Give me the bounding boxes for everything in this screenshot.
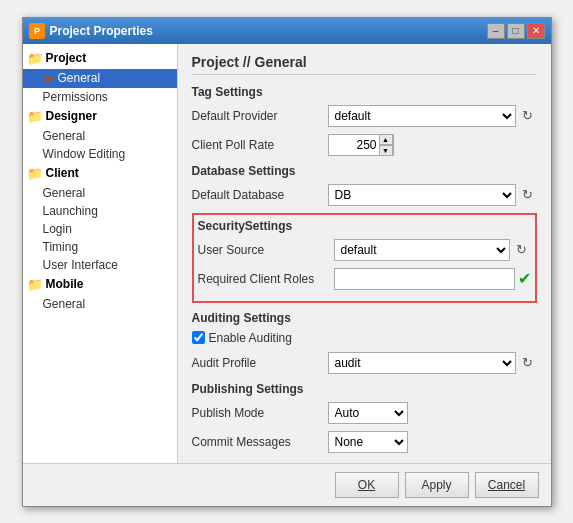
enable-auditing-row: Enable Auditing (192, 331, 537, 345)
project-folder-icon: 📁 (27, 51, 43, 66)
user-source-select[interactable]: default (334, 239, 510, 261)
security-settings-box: SecuritySettings User Source default ↻ R… (192, 213, 537, 303)
client-poll-rate-input[interactable] (329, 135, 379, 155)
sidebar-item-client-login[interactable]: Login (23, 220, 177, 238)
default-database-control: DB ↻ (328, 184, 537, 206)
sidebar-item-designer-general-label: General (43, 129, 86, 143)
sidebar-group-client: 📁 Client (23, 163, 177, 184)
sidebar-item-client-launching[interactable]: Launching (23, 202, 177, 220)
maximize-button[interactable]: □ (507, 23, 525, 39)
client-poll-rate-row: Client Poll Rate ▲ ▼ (192, 134, 537, 156)
user-source-control: default ↻ (334, 239, 531, 261)
publish-mode-label: Publish Mode (192, 406, 322, 420)
client-poll-rate-label: Client Poll Rate (192, 138, 322, 152)
required-client-roles-check-icon: ✔ (518, 269, 531, 288)
audit-profile-refresh-icon[interactable]: ↻ (519, 354, 537, 372)
sidebar-group-mobile: 📁 Mobile (23, 274, 177, 295)
audit-profile-label: Audit Profile (192, 356, 322, 370)
bottom-bar: OK Apply Cancel (23, 463, 551, 506)
title-bar-controls: – □ ✕ (487, 23, 545, 39)
required-client-roles-row: Required Client Roles ✔ (198, 268, 531, 290)
designer-folder-icon: 📁 (27, 109, 43, 124)
sidebar-item-project-general[interactable]: ➤ General (23, 69, 177, 88)
sidebar-item-mobile-general[interactable]: General (23, 295, 177, 313)
cancel-button-label: Cancel (488, 478, 525, 492)
enable-auditing-label: Enable Auditing (209, 331, 292, 345)
spinner-buttons: ▲ ▼ (379, 134, 393, 156)
minimize-button[interactable]: – (487, 23, 505, 39)
project-properties-window: P Project Properties – □ ✕ 📁 Project ➤ G… (22, 17, 552, 507)
required-client-roles-input[interactable] (334, 268, 515, 290)
sidebar-item-client-launching-label: Launching (43, 204, 98, 218)
sidebar-item-client-general-label: General (43, 186, 86, 200)
sidebar-group-project-label: Project (46, 51, 87, 65)
sidebar-item-project-general-label: General (58, 71, 101, 85)
sidebar-group-designer-label: Designer (46, 109, 97, 123)
commit-messages-label: Commit Messages (192, 435, 322, 449)
required-client-roles-label: Required Client Roles (198, 272, 328, 286)
title-bar-left: P Project Properties (29, 23, 153, 39)
publish-mode-control: Auto (328, 402, 537, 424)
audit-profile-control: audit ↻ (328, 352, 537, 374)
user-source-label: User Source (198, 243, 328, 257)
client-poll-rate-spinner: ▲ ▼ (328, 134, 394, 156)
sidebar-item-mobile-general-label: General (43, 297, 86, 311)
spinner-up-button[interactable]: ▲ (379, 134, 393, 145)
close-button[interactable]: ✕ (527, 23, 545, 39)
sidebar: 📁 Project ➤ General Permissions 📁 Design… (23, 44, 178, 463)
default-provider-refresh-icon[interactable]: ↻ (519, 107, 537, 125)
user-source-refresh-icon[interactable]: ↻ (513, 241, 531, 259)
sidebar-item-designer-window-editing-label: Window Editing (43, 147, 126, 161)
security-settings-title: SecuritySettings (198, 219, 531, 233)
sidebar-item-project-permissions[interactable]: Permissions (23, 88, 177, 106)
default-database-label: Default Database (192, 188, 322, 202)
cancel-button[interactable]: Cancel (475, 472, 539, 498)
audit-profile-select[interactable]: audit (328, 352, 516, 374)
sidebar-group-mobile-label: Mobile (46, 277, 84, 291)
default-provider-row: Default Provider default ↻ (192, 105, 537, 127)
ok-button[interactable]: OK (335, 472, 399, 498)
default-database-refresh-icon[interactable]: ↻ (519, 186, 537, 204)
commit-messages-select[interactable]: None (328, 431, 408, 453)
sidebar-item-client-timing-label: Timing (43, 240, 79, 254)
audit-profile-row: Audit Profile audit ↻ (192, 352, 537, 374)
sidebar-item-client-user-interface[interactable]: User Interface (23, 256, 177, 274)
main-panel-title: Project // General (192, 54, 537, 75)
sidebar-item-designer-general[interactable]: General (23, 127, 177, 145)
publish-mode-select[interactable]: Auto (328, 402, 408, 424)
ok-button-label: OK (358, 478, 375, 492)
svg-text:P: P (33, 26, 39, 36)
tag-settings-title: Tag Settings (192, 85, 537, 99)
sidebar-group-client-label: Client (46, 166, 79, 180)
default-database-select[interactable]: DB (328, 184, 516, 206)
title-bar: P Project Properties – □ ✕ (23, 18, 551, 44)
commit-messages-control: None (328, 431, 537, 453)
default-provider-label: Default Provider (192, 109, 322, 123)
required-client-roles-control: ✔ (334, 268, 531, 290)
mobile-folder-icon: 📁 (27, 277, 43, 292)
sidebar-group-project: 📁 Project (23, 48, 177, 69)
publishing-settings-title: Publishing Settings (192, 382, 537, 396)
apply-button[interactable]: Apply (405, 472, 469, 498)
default-database-row: Default Database DB ↻ (192, 184, 537, 206)
arrow-right-icon: ➤ (43, 71, 54, 86)
window-title: Project Properties (50, 24, 153, 38)
main-panel: Project // General Tag Settings Default … (178, 44, 551, 463)
sidebar-item-client-user-interface-label: User Interface (43, 258, 118, 272)
default-provider-select[interactable]: default (328, 105, 516, 127)
sidebar-item-client-general[interactable]: General (23, 184, 177, 202)
enable-auditing-checkbox[interactable] (192, 331, 205, 344)
database-settings-title: Database Settings (192, 164, 537, 178)
main-content: 📁 Project ➤ General Permissions 📁 Design… (23, 44, 551, 463)
apply-button-label: Apply (421, 478, 451, 492)
sidebar-item-designer-window-editing[interactable]: Window Editing (23, 145, 177, 163)
spinner-down-button[interactable]: ▼ (379, 145, 393, 156)
default-provider-control: default ↻ (328, 105, 537, 127)
window-icon: P (29, 23, 45, 39)
client-poll-rate-control: ▲ ▼ (328, 134, 537, 156)
auditing-settings-title: Auditing Settings (192, 311, 537, 325)
sidebar-item-project-permissions-label: Permissions (43, 90, 108, 104)
user-source-row: User Source default ↻ (198, 239, 531, 261)
sidebar-item-client-login-label: Login (43, 222, 72, 236)
sidebar-item-client-timing[interactable]: Timing (23, 238, 177, 256)
